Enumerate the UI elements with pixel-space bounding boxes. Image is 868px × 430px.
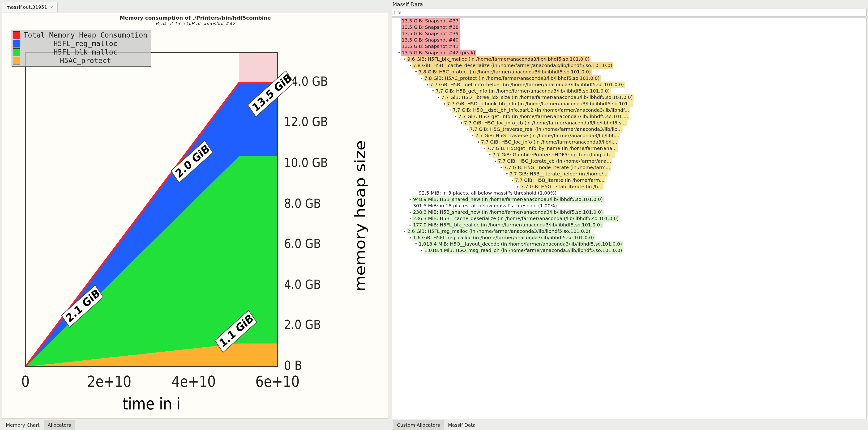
tree-row[interactable]: ▸236.3 MiB: H5B__cache_deserialize (in /… — [392, 215, 866, 222]
tree-row[interactable]: 13.5 GiB: Snapshot #38 — [392, 24, 866, 30]
tree-row[interactable]: ▾7.7 GiB: H5O__dset_bh_info.part.2 (in /… — [392, 107, 866, 113]
tree-row-label: 7.7 GiB: H5B__iterate_helper (in /home/.… — [508, 171, 609, 177]
tree-row[interactable]: ▾7.7 GiB: H5G_iterate_cb (in /home/farme… — [392, 158, 866, 164]
tree-scroll[interactable]: 13.5 GiB: Snapshot #3713.5 GiB: Snapshot… — [392, 18, 867, 419]
filter-input[interactable] — [392, 9, 867, 17]
tree-row[interactable]: ▾7.7 GiB: H5B__get_info_helper (in /home… — [392, 82, 866, 88]
tree-row-label: 7.7 GiB: H5B__get_info_helper (in /home/… — [429, 82, 625, 88]
chevron-down-icon[interactable]: ▾ — [420, 248, 424, 253]
tree-row[interactable]: ▾7.7 GiB: H5D__btree_idx_size (in /home/… — [392, 94, 866, 101]
chevron-down-icon[interactable]: ▾ — [494, 159, 497, 163]
tree-row-label: 7.7 GiB: H5O__dset_bh_info.part.2 (in /h… — [452, 107, 630, 113]
tree-row[interactable]: ▾7.7 GiB: H5G_traverse_real (in /home/fa… — [392, 126, 866, 132]
tree-row[interactable]: ▾7.7 GiB: H5B_get_info (in /home/farmer/… — [392, 88, 866, 94]
tree-row-label: 1,018.4 MiB: H5O_msg_read_oh (in /home/f… — [424, 247, 623, 254]
chevron-down-icon[interactable]: ▾ — [420, 76, 424, 81]
chevron-down-icon[interactable]: ▾ — [443, 101, 446, 106]
tree-row[interactable]: 92.5 MiB: in 3 places, all below massif'… — [392, 190, 866, 196]
chevron-right-icon[interactable]: ▸ — [517, 184, 520, 189]
chevron-down-icon[interactable]: ▾ — [454, 114, 458, 119]
tree-row[interactable]: ▾9.6 GiB: H5FL_blk_malloc (in /home/farm… — [392, 56, 866, 62]
chevron-right-icon[interactable]: ▸ — [409, 210, 412, 214]
chevron-down-icon[interactable]: ▾ — [398, 51, 401, 55]
tree-row-label: 948.9 MiB: H5B_shared_new (in /home/farm… — [412, 196, 604, 203]
right-bottom-tabs: Custom Allocators Massif Data — [392, 420, 868, 430]
tree-row[interactable]: ▾7.7 GiB: Gambit::Printers::HDF5::op_fun… — [392, 152, 866, 158]
legend-row: H5FL_blk_malloc — [13, 48, 149, 56]
tree-row-label: 301.5 MiB: in 18 places, all below massi… — [412, 203, 558, 209]
chevron-right-icon[interactable]: ▸ — [409, 223, 412, 227]
tree-row[interactable]: ▸238.3 MiB: H5B_shared_new (in /home/far… — [392, 209, 866, 215]
tree-row[interactable]: ▾7.8 GiB: H5C_protect (in /home/farmer/a… — [392, 69, 866, 75]
chevron-down-icon[interactable]: ▾ — [477, 140, 480, 144]
chevron-down-icon[interactable]: ▾ — [403, 57, 406, 61]
chevron-down-icon[interactable]: ▾ — [409, 236, 412, 240]
tab-memory-chart[interactable]: Memory Chart — [2, 420, 44, 430]
chevron-down-icon[interactable]: ▾ — [488, 153, 492, 157]
tree-row-label: 92.5 MiB: in 3 places, all below massif'… — [418, 190, 558, 196]
chevron-down-icon[interactable]: ▾ — [500, 165, 503, 170]
chevron-down-icon[interactable]: ▾ — [437, 95, 440, 100]
chevron-down-icon[interactable]: ▾ — [466, 127, 469, 131]
tab-custom-allocators[interactable]: Custom Allocators — [393, 420, 444, 430]
tree-row-label: 7.8 GiB: H5C_protect (in /home/farmer/an… — [418, 69, 592, 75]
chart-legend: Total Memory Heap Consumption H5FL_reg_m… — [11, 30, 151, 67]
tree-row[interactable]: ▾1.6 GiB: H5FL_reg_calloc (in /home/farm… — [392, 235, 866, 241]
tree-row[interactable]: ▾7.7 GiB: H5G__node_iterate (in /home/fa… — [392, 164, 866, 171]
tree-row[interactable]: ▾7.7 GiB: H5B__iterate_helper (in /home/… — [392, 171, 866, 177]
chevron-down-icon[interactable]: ▾ — [426, 83, 429, 87]
chevron-right-icon[interactable]: ▸ — [409, 197, 412, 202]
tree-row[interactable]: ▸948.9 MiB: H5B_shared_new (in /home/far… — [392, 196, 866, 203]
tree-row[interactable]: 13.5 GiB: Snapshot #40 — [392, 37, 866, 43]
file-tab[interactable]: massif.out.31951 × — [2, 2, 58, 12]
tree-row[interactable]: 13.5 GiB: Snapshot #39 — [392, 30, 866, 37]
close-icon[interactable]: × — [50, 5, 53, 9]
chevron-down-icon[interactable]: ▾ — [414, 242, 418, 246]
svg-text:8.0 GB: 8.0 GB — [284, 196, 321, 211]
tree-row-label: 7.7 GiB: H5G__stab_iterate (in /h... — [520, 183, 603, 190]
tree-row[interactable]: 301.5 MiB: in 18 places, all below massi… — [392, 203, 866, 209]
chevron-down-icon[interactable]: ▾ — [403, 229, 406, 234]
call-tree: 13.5 GiB: Snapshot #3713.5 GiB: Snapshot… — [392, 18, 866, 254]
tree-row-label: 2.6 GiB: H5FL_reg_malloc (in /home/farme… — [406, 228, 591, 235]
tree-row[interactable]: ▾7.8 GiB: H5AC_protect (in /home/farmer/… — [392, 75, 866, 82]
tree-row[interactable]: ▾7.7 GiB: H5O_get_info (in /home/farmer/… — [392, 113, 866, 120]
chevron-down-icon[interactable]: ▾ — [511, 178, 514, 183]
chart-stage: 0 B 2.0 GB 4.0 GB 6.0 GB 8.0 GB 10.0 GB … — [4, 27, 387, 417]
tree-row[interactable]: ▾7.8 GiB: H5B__cache_deserialize (in /ho… — [392, 62, 866, 69]
legend-swatch — [13, 49, 20, 56]
chevron-down-icon[interactable]: ▾ — [448, 108, 452, 113]
tree-row[interactable]: ▾2.6 GiB: H5FL_reg_malloc (in /home/farm… — [392, 228, 866, 235]
tree-row[interactable]: 13.5 GiB: Snapshot #41 — [392, 43, 866, 50]
chevron-right-icon[interactable]: ▸ — [409, 216, 412, 221]
chevron-down-icon[interactable]: ▾ — [460, 121, 463, 125]
tree-row[interactable]: ▸177.0 MiB: H5FL_blk_realloc (in /home/f… — [392, 222, 866, 228]
tree-row[interactable]: 13.5 GiB: Snapshot #37 — [392, 18, 866, 24]
tree-row[interactable]: ▾7.7 GiB: H5G_loc_info_cb (in /home/farm… — [392, 120, 866, 126]
tree-row-label: 7.7 GiB: H5D__chunk_bh_info (in /home/fa… — [446, 101, 633, 107]
chevron-down-icon[interactable]: ▾ — [483, 146, 486, 151]
chevron-down-icon[interactable]: ▾ — [505, 172, 508, 176]
tree-row[interactable]: ▾7.7 GiB: H5G_traverse (in /home/farmer/… — [392, 132, 866, 139]
tree-row[interactable]: ▸7.7 GiB: H5G__stab_iterate (in /h... — [392, 183, 866, 190]
tree-row[interactable]: ▾7.7 GiB: H5G_loc_info (in /home/farmer/… — [392, 139, 866, 145]
tab-massif-data[interactable]: Massif Data — [444, 420, 480, 430]
tree-row[interactable]: ▾1,018.4 MiB: H5O__layout_decode (in /ho… — [392, 241, 866, 247]
tree-row[interactable]: ▾7.7 GiB: H5D__chunk_bh_info (in /home/f… — [392, 101, 866, 107]
legend-row: H5AC_protect — [13, 56, 149, 65]
tree-row[interactable]: ▾1,018.4 MiB: H5O_msg_read_oh (in /home/… — [392, 247, 866, 254]
tree-row[interactable]: ▾7.7 GiB: H5Oget_info_by_name (in /home/… — [392, 145, 866, 152]
chevron-down-icon[interactable]: ▾ — [414, 70, 418, 74]
tree-row-label: 7.7 GiB: H5G_loc_info (in /home/farmer/a… — [480, 139, 618, 145]
tab-allocators[interactable]: Allocators — [44, 420, 75, 430]
tree-row[interactable]: ▾7.7 GiB: H5B_iterate (in /home/farm... — [392, 177, 866, 183]
tree-row-label: 7.8 GiB: H5B__cache_deserialize (in /hom… — [412, 62, 613, 69]
tree-row[interactable]: ▾13.5 GiB: Snapshot #42 (peak) — [392, 50, 866, 56]
tree-row-label: 7.7 GiB: H5G_iterate_cb (in /home/farmer… — [497, 158, 612, 164]
chevron-down-icon[interactable]: ▾ — [471, 133, 474, 138]
chevron-down-icon[interactable]: ▾ — [432, 89, 435, 93]
tree-row-label: 13.5 GiB: Snapshot #39 — [401, 30, 460, 37]
chart-title: Memory consumption of ./Printers/bin/hdf… — [4, 15, 387, 21]
chevron-down-icon[interactable]: ▾ — [409, 63, 412, 68]
tree-row-label: 236.3 MiB: H5B__cache_deserialize (in /h… — [412, 215, 620, 222]
